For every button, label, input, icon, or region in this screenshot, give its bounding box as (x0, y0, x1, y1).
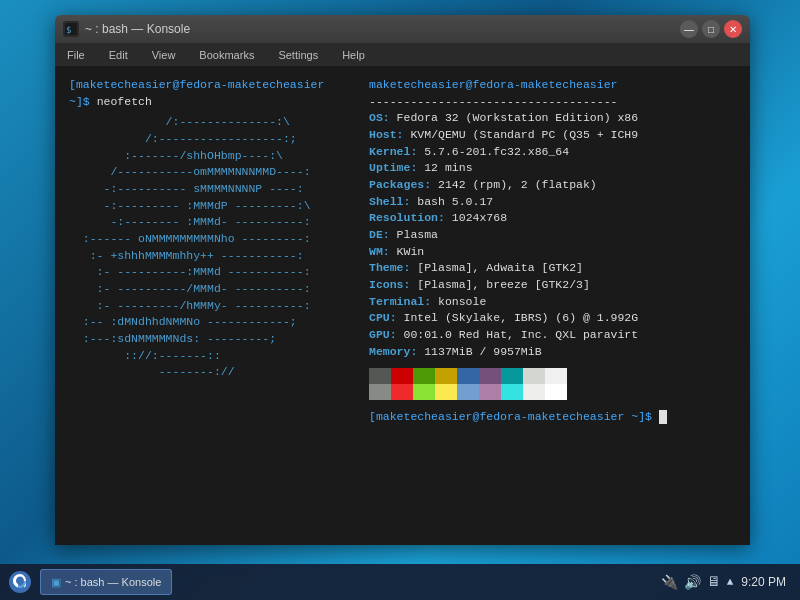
logo-line-4: /-----------omMMMMNNNMMD----: (69, 164, 349, 181)
logo-line-12: :- ---------/hMMMy- ----------: (69, 298, 349, 315)
info-shell: Shell: bash 5.0.17 (369, 194, 736, 211)
menu-view[interactable]: View (148, 47, 180, 63)
logo-line-15: :://:-------:: (69, 348, 349, 365)
fedora-logo (8, 570, 32, 594)
display-icon[interactable]: 🖥 (707, 574, 721, 590)
kernel-key: Kernel: (369, 145, 424, 158)
info-host: Host: KVM/QEMU (Standard PC (Q35 + ICH9 (369, 127, 736, 144)
shell-key: Shell: (369, 195, 417, 208)
info-kernel: Kernel: 5.7.6-201.fc32.x86_64 (369, 144, 736, 161)
info-de: DE: Plasma (369, 227, 736, 244)
logo-line-16: --------:// (69, 364, 349, 381)
terminal-right: maketecheasier@fedora-maketecheasier ---… (369, 77, 736, 535)
terminal-icon: $ (63, 21, 79, 37)
close-button[interactable]: ✕ (724, 20, 742, 38)
command-text: neofetch (97, 95, 152, 108)
logo-line-6: -:--------- :MMMdP ---------:\ (69, 198, 349, 215)
info-theme: Theme: [Plasma], Adwaita [GTK2] (369, 260, 736, 277)
os-value: Fedora 32 (Workstation Edition) x86 (397, 111, 639, 124)
logo-line-3: :-------/shhOHbmp----:\ (69, 148, 349, 165)
window-controls: — □ ✕ (680, 20, 742, 38)
terminal-left: [maketecheasier@fedora-maketecheasier ~]… (69, 77, 349, 535)
color-blocks-bright (369, 384, 736, 400)
logo-line-13: :-- :dMNdhhdNMMNo ------------; (69, 314, 349, 331)
taskbar-right: 🔌 🔊 🖥 ▲ 9:20 PM (661, 574, 794, 591)
info-gpu: GPU: 00:01.0 Red Hat, Inc. QXL paravirt (369, 327, 736, 344)
shell-value: bash 5.0.17 (417, 195, 493, 208)
bottom-prompt-text: [maketecheasier@fedora-maketecheasier ~]… (369, 410, 659, 423)
info-wm: WM: KWin (369, 244, 736, 261)
taskbar-konsole[interactable]: ▣ ~ : bash — Konsole (40, 569, 172, 595)
wm-value: KWin (397, 245, 425, 258)
theme-key: Theme: (369, 261, 417, 274)
info-cpu: CPU: Intel (Skylake, IBRS) (6) @ 1.992G (369, 310, 736, 327)
packages-value: 2142 (rpm), 2 (flatpak) (438, 178, 597, 191)
maximize-button[interactable]: □ (702, 20, 720, 38)
color-block-4 (457, 368, 479, 384)
gpu-key: GPU: (369, 328, 404, 341)
app-launcher[interactable] (6, 568, 34, 596)
logo-line-1: /:--------------:\ (69, 114, 349, 131)
memory-value: 1137MiB / 9957MiB (424, 345, 541, 358)
wm-key: WM: (369, 245, 397, 258)
konsole-window: $ ~ : bash — Konsole — □ ✕ File Edit Vie… (55, 15, 750, 545)
minimize-button[interactable]: — (680, 20, 698, 38)
terminal-key: Terminal: (369, 295, 438, 308)
logo-line-11: :- ----------/MMMd- ----------: (69, 281, 349, 298)
uptime-key: Uptime: (369, 161, 424, 174)
packages-key: Packages: (369, 178, 438, 191)
info-terminal: Terminal: konsole (369, 294, 736, 311)
resolution-key: Resolution: (369, 211, 452, 224)
color-block-b1 (391, 384, 413, 400)
menu-edit[interactable]: Edit (105, 47, 132, 63)
color-block-b6 (501, 384, 523, 400)
taskbar-left: ▣ ~ : bash — Konsole (6, 568, 172, 596)
color-block-b0 (369, 384, 391, 400)
color-block-2 (413, 368, 435, 384)
logo-line-14: :---:sdNMMMMMNds: ---------; (69, 331, 349, 348)
color-blocks (369, 368, 736, 384)
menu-help[interactable]: Help (338, 47, 369, 63)
title-bar: $ ~ : bash — Konsole — □ ✕ (55, 15, 750, 43)
memory-key: Memory: (369, 345, 424, 358)
taskbar-terminal-icon: ▣ (51, 576, 61, 589)
icons-key: Icons: (369, 278, 417, 291)
logo-line-10: :- ----------:MMMd -----------: (69, 264, 349, 281)
taskbar: ▣ ~ : bash — Konsole 🔌 🔊 🖥 ▲ 9:20 PM (0, 564, 800, 600)
user-host-text: maketecheasier@fedora-maketecheasier (369, 78, 617, 91)
terminal-body[interactable]: [maketecheasier@fedora-maketecheasier ~]… (55, 67, 750, 545)
clock-display: 9:20 PM (741, 575, 786, 589)
logo-line-7: -:-------- :MMMd- ----------: (69, 214, 349, 231)
info-resolution: Resolution: 1024x768 (369, 210, 736, 227)
color-block-6 (501, 368, 523, 384)
logo-line-9: :- +shhhMMMMmhhy++ -----------: (69, 248, 349, 265)
theme-value: [Plasma], Adwaita [GTK2] (417, 261, 583, 274)
color-block-b5 (479, 384, 501, 400)
color-block-b7 (523, 384, 545, 400)
de-key: DE: (369, 228, 397, 241)
color-block-b3 (435, 384, 457, 400)
color-block-7 (523, 368, 545, 384)
menu-bar: File Edit View Bookmarks Settings Help (55, 43, 750, 67)
logo-line-2: /:------------------:; (69, 131, 349, 148)
neofetch-logo: /:--------------:\ /:------------------:… (69, 114, 349, 381)
color-block-5 (479, 368, 501, 384)
menu-file[interactable]: File (63, 47, 89, 63)
logo-line-5: -:---------- sMMMMNNNNP ----: (69, 181, 349, 198)
menu-bookmarks[interactable]: Bookmarks (195, 47, 258, 63)
network-icon[interactable]: 🔌 (661, 574, 678, 591)
kernel-value: 5.7.6-201.fc32.x86_64 (424, 145, 569, 158)
info-memory: Memory: 1137MiB / 9957MiB (369, 344, 736, 361)
info-uptime: Uptime: 12 mins (369, 160, 736, 177)
de-value: Plasma (397, 228, 438, 241)
volume-icon[interactable]: 🔊 (684, 574, 701, 591)
info-user-host: maketecheasier@fedora-maketecheasier (369, 77, 736, 94)
logo-line-8: :------ oNMMMMMMMMMNho ---------: (69, 231, 349, 248)
color-block-b2 (413, 384, 435, 400)
resolution-value: 1024x768 (452, 211, 507, 224)
gpu-value: 00:01.0 Red Hat, Inc. QXL paravirt (404, 328, 639, 341)
info-packages: Packages: 2142 (rpm), 2 (flatpak) (369, 177, 736, 194)
menu-settings[interactable]: Settings (274, 47, 322, 63)
info-icons: Icons: [Plasma], breeze [GTK2/3] (369, 277, 736, 294)
arrow-up-icon[interactable]: ▲ (727, 576, 734, 588)
